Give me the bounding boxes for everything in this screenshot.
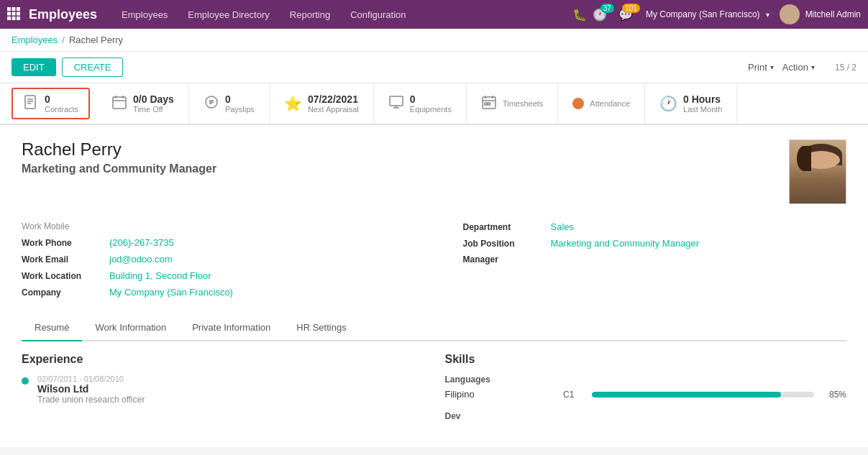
experience-section: Experience 02/07/2011 - 01/08/2010 Wilso… (22, 353, 424, 433)
smart-btn-contracts[interactable]: 0 Contracts (12, 88, 90, 119)
nav-reporting[interactable]: Reporting (280, 0, 340, 29)
print-button[interactable]: Print ▾ (748, 62, 774, 73)
department-label: Department (463, 222, 542, 232)
languages-label: Languages (445, 374, 847, 385)
edit-button[interactable]: EDIT (12, 58, 56, 76)
chat-icon[interactable]: 💬 101 (618, 8, 633, 22)
job-position-value[interactable]: Marketing and Community Manager (551, 238, 700, 249)
svg-rect-3 (7, 12, 11, 15)
contracts-count: 0 (45, 93, 78, 105)
smart-btn-appraisal[interactable]: ⭐ 07/22/2021 Next Appraisal (270, 83, 374, 124)
page-info: 15 / 2 (835, 63, 856, 73)
smart-btn-attendance[interactable]: Attendance (558, 83, 645, 124)
work-location-value[interactable]: Building 1, Second Floor (109, 270, 211, 281)
appraisal-label: Next Appraisal (308, 105, 359, 114)
skills-languages: Languages Filipino C1 85% (445, 374, 847, 400)
equipment-icon (388, 94, 404, 114)
company-value[interactable]: My Company (San Francisco) (109, 287, 233, 298)
breadcrumb-current: Rachel Perry (69, 35, 123, 45)
chat-badge: 101 (622, 4, 640, 13)
payslips-count: 0 (225, 93, 255, 105)
work-phone-value[interactable]: (206)-267-3735 (109, 237, 174, 248)
tabs-bar: Resumé Work Information Private Informat… (22, 315, 846, 341)
svg-rect-21 (390, 96, 403, 106)
bug-icon[interactable]: 🐛 (572, 8, 587, 22)
attendance-icon (572, 98, 584, 109)
employee-fields: Work Mobile Work Phone (206)-267-3735 Wo… (22, 219, 846, 300)
smart-btn-payslips[interactable]: 0 Payslips (189, 83, 270, 124)
employee-info: Rachel Perry Marketing and Community Man… (22, 139, 216, 175)
field-company: Company My Company (San Francisco) (22, 284, 434, 300)
svg-rect-9 (25, 96, 35, 109)
dropdown-icon[interactable]: ▾ (766, 11, 769, 19)
toolbar: EDIT CREATE Print ▾ Action ▾ 15 / 2 (0, 52, 868, 83)
experience-dot (22, 377, 29, 385)
payslips-label: Payslips (225, 105, 255, 114)
fields-left: Work Mobile Work Phone (206)-267-3735 Wo… (22, 219, 434, 300)
svg-rect-0 (7, 7, 11, 11)
action-caret: ▾ (811, 63, 815, 71)
department-value[interactable]: Sales (551, 221, 575, 232)
contracts-label: Contracts (45, 105, 78, 114)
svg-rect-6 (7, 17, 11, 20)
employee-header: Rachel Perry Marketing and Community Man… (22, 139, 846, 204)
equipment-count: 0 (410, 93, 452, 105)
experience-date: 02/07/2011 - 01/08/2010 (37, 374, 145, 383)
time-off-count: 0/0 Days (133, 93, 174, 105)
tab-private-info[interactable]: Private Information (179, 315, 283, 341)
nav-links: Employees Employee Directory Reporting C… (111, 0, 572, 29)
tab-resume[interactable]: Resumé (22, 315, 82, 341)
experience-company: Wilson Ltd (37, 383, 145, 395)
clock-icon[interactable]: 🕐 37 (593, 8, 607, 22)
employee-photo[interactable] (789, 139, 846, 204)
nav-configuration[interactable]: Configuration (340, 0, 416, 29)
company-label: Company (22, 288, 101, 298)
experience-title: Experience (22, 353, 424, 366)
svg-rect-2 (17, 7, 20, 11)
tab-hr-settings[interactable]: HR Settings (283, 315, 359, 341)
smart-btn-timesheets[interactable]: Timesheets (467, 83, 558, 124)
app-title: Employees (29, 7, 97, 22)
skills-section: Skills Languages Filipino C1 85% Dev (445, 353, 847, 433)
work-email-value[interactable]: jod@odoo.com (109, 254, 173, 265)
employee-name: Rachel Perry (22, 139, 216, 160)
user-name[interactable]: Mitchell Admin (805, 9, 861, 19)
attendance-label: Attendance (590, 99, 630, 108)
field-work-mobile: Work Mobile (22, 219, 434, 234)
svg-rect-28 (485, 103, 487, 105)
grid-icon[interactable] (7, 7, 20, 22)
tab-work-info[interactable]: Work Information (82, 315, 179, 341)
skill-bar-bg-filipino (592, 392, 814, 397)
tab-content-resume: Experience 02/07/2011 - 01/08/2010 Wilso… (22, 353, 846, 433)
skills-title: Skills (445, 353, 847, 366)
svg-rect-8 (17, 17, 20, 20)
work-location-label: Work Location (22, 271, 101, 281)
svg-rect-29 (488, 103, 490, 105)
smart-btn-hours[interactable]: 🕐 0 Hours Last Month (645, 83, 737, 124)
svg-rect-7 (12, 17, 16, 20)
time-off-label: Time Off (133, 105, 174, 114)
work-phone-label: Work Phone (22, 238, 101, 248)
company-selector[interactable]: My Company (San Francisco) (646, 9, 760, 19)
skill-filipino: Filipino C1 85% (445, 389, 847, 400)
action-button[interactable]: Action ▾ (782, 62, 815, 73)
clock-badge: 37 (600, 4, 614, 13)
nav-employees[interactable]: Employees (111, 0, 178, 29)
user-avatar[interactable] (780, 4, 800, 24)
timesheets-icon (481, 94, 497, 114)
nav-employee-directory[interactable]: Employee Directory (178, 0, 279, 29)
create-button[interactable]: CREATE (62, 58, 124, 77)
smart-btn-time-off[interactable]: 0/0 Days Time Off (97, 83, 189, 124)
field-work-location: Work Location Building 1, Second Floor (22, 267, 434, 284)
breadcrumb-parent[interactable]: Employees (12, 35, 58, 45)
equipment-label: Equipments (410, 105, 452, 114)
hours-label: Last Month (683, 105, 722, 114)
main-content: Rachel Perry Marketing and Community Man… (0, 125, 868, 447)
smart-btn-equipment[interactable]: 0 Equipments (374, 83, 467, 124)
svg-rect-4 (12, 12, 16, 15)
time-off-icon (111, 94, 127, 114)
job-position-label: Job Position (463, 239, 542, 249)
breadcrumb-separator: / (62, 35, 65, 45)
field-manager: Manager (463, 252, 847, 267)
hours-count: 0 Hours (683, 93, 722, 105)
